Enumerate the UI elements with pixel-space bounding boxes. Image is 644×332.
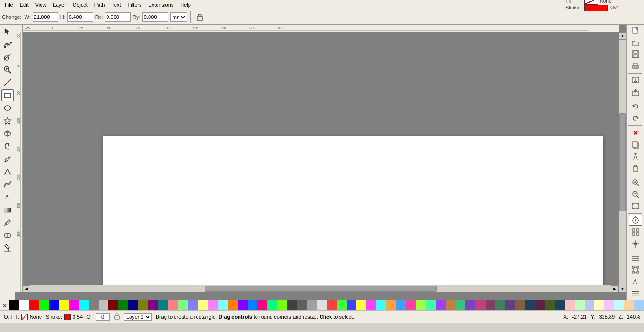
color-swatch[interactable]: [158, 300, 168, 310]
tool-calligraphy[interactable]: [1, 178, 14, 191]
rp-snap2-btn[interactable]: [629, 226, 642, 238]
menu-path[interactable]: Path: [91, 1, 108, 8]
color-swatch[interactable]: [575, 300, 585, 310]
tool-spiral[interactable]: [1, 140, 14, 152]
color-swatch[interactable]: [218, 300, 228, 310]
rp-snap-btn[interactable]: [629, 215, 642, 226]
color-swatch[interactable]: [376, 300, 386, 310]
color-swatch[interactable]: [188, 300, 198, 310]
color-swatch[interactable]: [436, 300, 446, 310]
color-swatch[interactable]: [386, 300, 396, 310]
tool-tweak[interactable]: [1, 51, 14, 63]
scroll-h-track[interactable]: [30, 285, 611, 292]
rp-export-btn[interactable]: [629, 87, 642, 98]
tool-rect[interactable]: [1, 89, 14, 101]
rp-delete-btn[interactable]: ✕: [629, 127, 642, 139]
tool-dropper[interactable]: [1, 216, 14, 229]
menu-file[interactable]: File: [2, 1, 16, 8]
color-swatch[interactable]: [168, 300, 178, 310]
color-swatch[interactable]: [446, 300, 455, 310]
color-swatch[interactable]: [99, 300, 108, 310]
menu-edit[interactable]: Edit: [17, 1, 32, 8]
color-swatch[interactable]: [307, 300, 317, 310]
menu-filters[interactable]: Filters: [125, 1, 145, 8]
color-swatch[interactable]: [238, 300, 248, 310]
rp-zoomin-btn[interactable]: [629, 177, 642, 188]
color-swatch[interactable]: [604, 300, 614, 310]
scroll-right-btn[interactable]: ▶: [611, 285, 619, 293]
unit-select[interactable]: mm px cm in pt: [170, 12, 187, 22]
color-swatch[interactable]: [148, 300, 158, 310]
rp-paste-btn[interactable]: [629, 162, 642, 174]
color-swatch[interactable]: [39, 300, 49, 310]
scroll-up-btn[interactable]: ▲: [619, 32, 627, 40]
bottom-fill-box[interactable]: [21, 314, 28, 320]
opacity-input[interactable]: [96, 313, 110, 321]
tool-text[interactable]: A: [1, 191, 14, 203]
rp-open-btn[interactable]: [629, 37, 642, 49]
lock-icon[interactable]: [114, 313, 120, 321]
color-swatch[interactable]: [634, 300, 644, 310]
color-swatch[interactable]: [426, 300, 436, 310]
color-swatch[interactable]: [327, 300, 337, 310]
color-swatch[interactable]: [257, 300, 267, 310]
color-swatch[interactable]: [208, 300, 218, 310]
color-swatch[interactable]: [297, 300, 307, 310]
color-swatch[interactable]: [475, 300, 485, 310]
color-swatch[interactable]: [29, 300, 39, 310]
color-swatch[interactable]: [118, 300, 128, 310]
tool-zoom[interactable]: [1, 64, 14, 76]
color-swatch[interactable]: [565, 300, 575, 310]
rp-save-btn[interactable]: [629, 49, 642, 60]
color-swatch[interactable]: [525, 300, 535, 310]
color-swatch[interactable]: [59, 300, 69, 310]
rp-redo-btn[interactable]: [629, 113, 642, 124]
rp-copy-btn[interactable]: [629, 139, 642, 150]
menu-text[interactable]: Text: [108, 1, 124, 8]
color-swatch[interactable]: [555, 300, 565, 310]
rp-align-btn[interactable]: [629, 253, 642, 264]
tool-select[interactable]: [1, 25, 14, 38]
canvas-area[interactable]: -25 0 25 50 75 100 125 150 175 200 -50 0…: [15, 25, 626, 300]
color-swatch[interactable]: [178, 300, 188, 310]
rp-lines-btn[interactable]: [629, 288, 642, 299]
tool-pencil[interactable]: [1, 153, 14, 165]
rp-cut-btn[interactable]: [629, 151, 642, 162]
color-swatch[interactable]: [535, 300, 545, 310]
color-swatch[interactable]: [347, 300, 356, 310]
scroll-v-thumb[interactable]: [619, 113, 626, 211]
color-swatch[interactable]: [287, 300, 297, 310]
vertical-scrollbar[interactable]: ▲ ▼: [619, 32, 626, 292]
canvas-viewport[interactable]: ◀ ▶: [23, 32, 619, 292]
rp-new-btn[interactable]: [629, 25, 642, 37]
color-swatch[interactable]: [128, 300, 138, 310]
tool-bucket[interactable]: [1, 242, 14, 254]
scroll-left-btn[interactable]: ◀: [23, 285, 30, 293]
scroll-v-track[interactable]: [619, 40, 626, 285]
color-swatch[interactable]: [337, 300, 347, 310]
tool-pen[interactable]: [1, 166, 14, 178]
tool-ellipse[interactable]: [1, 102, 14, 114]
tool-star[interactable]: [1, 115, 14, 127]
color-swatch[interactable]: [317, 300, 327, 310]
lock-aspect-btn[interactable]: [194, 11, 206, 23]
tool-gradient[interactable]: [1, 204, 14, 216]
color-swatch[interactable]: [515, 300, 525, 310]
color-swatch[interactable]: [416, 300, 426, 310]
color-swatch[interactable]: [49, 300, 59, 310]
menu-help[interactable]: Help: [177, 1, 194, 8]
color-swatch[interactable]: [545, 300, 555, 310]
menu-view[interactable]: View: [33, 1, 50, 8]
color-swatch[interactable]: [614, 300, 624, 310]
rp-undo-btn[interactable]: [629, 101, 642, 113]
color-swatch[interactable]: [505, 300, 515, 310]
horizontal-scrollbar[interactable]: ◀ ▶: [23, 285, 619, 292]
color-swatch[interactable]: [585, 300, 594, 310]
rp-zoomfit-btn[interactable]: [629, 200, 642, 212]
color-swatch[interactable]: [108, 300, 118, 310]
color-swatch[interactable]: [486, 300, 495, 310]
layer-select[interactable]: Layer 1: [124, 313, 152, 321]
color-swatch[interactable]: [396, 300, 406, 310]
bottom-stroke-box[interactable]: [64, 314, 71, 320]
rp-snap3-btn[interactable]: [629, 238, 642, 249]
